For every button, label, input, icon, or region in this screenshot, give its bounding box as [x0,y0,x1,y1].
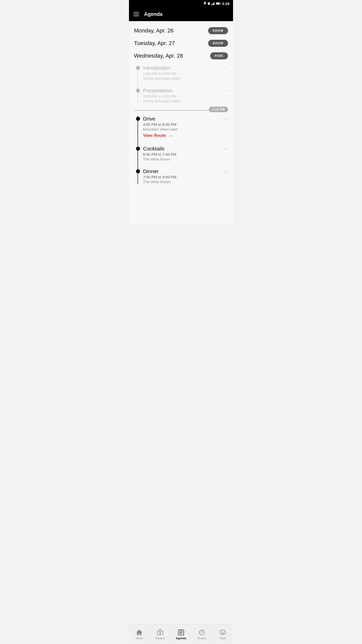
svg-rect-9 [220,3,221,4]
dot-presentation [136,89,140,93]
event-dinner-time: 7:00 PM to 9:00 PM [143,175,221,179]
event-drive-location: Mountain View Lawn [143,127,221,131]
event-dinner-location: The Wine Room [143,180,221,184]
event-drive-arrow[interactable]: → [221,116,228,122]
event-presentation: Presentation 3:00 PM to 4:00 PM Rocky Mo… [143,88,228,103]
event-cocktails-time: 6:00 PM to 7:00 PM [143,152,221,156]
dot-introduction [136,66,140,70]
app-header: Agenda [129,7,233,21]
wednesday-label: Wednesday, Apr. 28 [134,53,183,59]
dot-cocktails [136,147,140,151]
current-time-divider-container: 3:28 PM [134,110,228,111]
wednesday-hide-button[interactable]: HIDE [210,52,228,59]
svg-rect-0 [208,2,210,5]
event-introduction: Introduction 1:00 PM to 2:00 PM Rocky Mo… [143,65,228,80]
event-cocktails-title: Cocktails [143,146,221,152]
svg-rect-2 [210,3,210,4]
dot-drive [136,117,140,121]
event-introduction-location: Rocky Mountain Hotel [143,76,221,80]
event-introduction-title: Introduction [143,65,221,71]
event-drive[interactable]: Drive 4:00 PM to 6:00 PM Mountain View L… [143,116,228,139]
main-content: Monday, Apr. 26 SHOW Tuesday, Apr. 27 SH… [129,21,233,224]
day-row-wednesday: Wednesday, Apr. 28 HIDE [134,52,228,59]
event-presentation-arrow[interactable]: → [221,88,228,93]
view-route-arrow-icon[interactable]: → [168,133,173,139]
dot-dinner [136,169,140,173]
tuesday-label: Tuesday, Apr. 27 [134,40,175,47]
signal-icon [211,2,215,5]
event-introduction-time: 1:00 PM to 2:00 PM [143,71,221,76]
battery-icon [216,2,221,5]
vibrate-icon [207,2,210,5]
monday-label: Monday, Apr. 26 [134,27,173,34]
header-title: Agenda [144,11,162,17]
event-presentation-title: Presentation [143,88,221,94]
tuesday-show-button[interactable]: SHOW [208,40,228,47]
svg-rect-5 [213,3,214,5]
event-dinner[interactable]: Dinner 7:00 PM to 9:00 PM The Wine Room … [143,168,228,184]
event-drive-time: 4:00 PM to 6:00 PM [143,122,221,127]
status-bar: 3:28 [129,0,233,7]
monday-show-button[interactable]: SHOW [208,27,228,34]
svg-rect-6 [214,2,215,5]
event-presentation-location: Rocky Mountain Hotel [143,99,221,103]
day-row-monday: Monday, Apr. 26 SHOW [134,27,228,34]
past-events-section: Introduction 1:00 PM to 2:00 PM Rocky Mo… [134,65,228,103]
event-dinner-title: Dinner [143,168,221,174]
event-dinner-arrow[interactable]: → [221,168,228,174]
event-cocktails-location: The Wine Room [143,157,221,161]
view-route-row[interactable]: View Route → [143,133,221,139]
view-route-label[interactable]: View Route [143,133,166,138]
active-events-section: Drive 4:00 PM to 6:00 PM Mountain View L… [134,116,228,184]
event-presentation-time: 3:00 PM to 4:00 PM [143,94,221,98]
status-icons: 3:28 [203,2,230,6]
svg-rect-8 [216,3,219,4]
event-introduction-arrow[interactable]: → [221,65,228,71]
timeline-line-past [138,65,138,103]
svg-rect-3 [211,4,212,5]
svg-rect-1 [208,3,208,4]
event-drive-title: Drive [143,116,221,122]
event-cocktails-arrow[interactable]: → [221,146,228,151]
status-time: 3:28 [222,2,230,6]
event-cocktails[interactable]: Cocktails 6:00 PM to 7:00 PM The Wine Ro… [143,146,228,161]
current-time-badge: 3:28 PM [209,107,228,112]
menu-button[interactable] [133,12,139,16]
day-row-tuesday: Tuesday, Apr. 27 SHOW [134,40,228,47]
svg-rect-4 [212,3,213,5]
location-icon [203,2,206,5]
